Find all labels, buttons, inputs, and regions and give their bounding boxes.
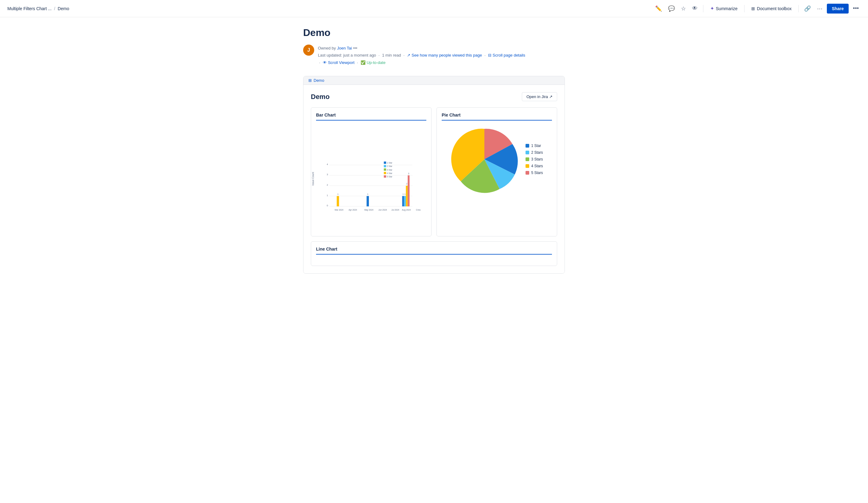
share-button[interactable]: Share [827,4,849,13]
embedded-header: ⊞ Demo [303,76,565,85]
overflow-button[interactable]: ••• [851,3,861,13]
svg-rect-24 [406,186,407,206]
legend-color-1star [526,144,529,148]
embedded-body: Demo Open in Jira ↗ Bar Chart Issue Coun… [303,85,565,273]
copy-link-button[interactable]: 🔗 [802,3,813,14]
svg-rect-30 [384,162,386,164]
svg-rect-26 [407,175,410,206]
read-time: 1 min read [382,52,401,59]
bar-chart-title: Bar Chart [316,112,426,121]
embedded-tab-label: Demo [313,78,324,83]
pie-legend: 1 Star 2 Stars 3 Stars [526,143,543,175]
line-chart-title: Line Chart [316,247,552,254]
scroll-viewport-icon: 👁 [323,59,327,66]
svg-text:Jul 2024: Jul 2024 [391,209,399,211]
legend-color-2stars [526,151,529,154]
up-to-date-badge: ✅ Up-to-date [361,59,385,66]
page-meta: J Owned by Joen Tai ••• Last updated: ju… [303,44,565,66]
header-actions: ✏️ 💬 ☆ 👁 ✦ Summarize ⊞ Document toolbox … [653,3,861,14]
svg-text:Crea: Crea [416,209,421,211]
svg-rect-15 [367,196,369,207]
edit-button[interactable]: ✏️ [653,3,664,14]
legend-color-4stars [526,164,529,168]
owner-prefix: Owned by [318,44,336,52]
svg-text:3: 3 [327,173,328,176]
owner-more[interactable]: ••• [353,44,358,52]
bar-chart-panel: Bar Chart Issue Count 0 1 2 3 4 [311,107,432,237]
svg-text:3 Star: 3 Star [387,169,393,171]
embedded-card: ⊞ Demo Demo Open in Jira ↗ Bar Chart Iss… [303,76,565,274]
svg-rect-32 [384,165,386,167]
star-button[interactable]: ☆ [679,3,688,14]
svg-text:2: 2 [327,183,328,186]
svg-text:Apr 2024: Apr 2024 [349,209,357,211]
legend-color-3stars [526,158,529,161]
legend-item-4stars: 4 Stars [526,164,543,168]
svg-text:5 Star: 5 Star [387,175,393,178]
divider-2 [744,5,745,12]
svg-text:Jun 2024: Jun 2024 [379,209,387,211]
svg-rect-38 [384,175,386,178]
view-icon: ↗ [407,52,410,59]
svg-text:2 Star: 2 Star [387,165,393,168]
svg-text:4 Star: 4 Star [387,172,393,174]
svg-rect-34 [384,169,386,171]
legend-color-5stars [526,171,529,175]
svg-text:1: 1 [337,193,339,195]
legend-item-5stars: 5 Stars [526,171,543,175]
scroll-details-icon: ⊟ [488,52,492,59]
comment-button[interactable]: 💬 [666,3,676,14]
svg-text:1: 1 [367,193,368,195]
doc-toolbox-label: Document toolbox [757,6,792,11]
svg-text:4: 4 [327,163,328,166]
svg-rect-20 [402,196,404,207]
legend-item-2stars: 2 Stars [526,150,543,155]
doc-toolbox-icon: ⊞ [751,6,755,11]
svg-text:2: 2 [406,183,407,185]
summarize-icon: ✦ [710,6,714,11]
watch-button[interactable]: 👁 [690,3,699,13]
legend-item-3stars: 3 Stars [526,157,543,161]
svg-text:Aug 2024: Aug 2024 [402,209,411,211]
breadcrumb-separator: / [54,6,55,11]
meta-info: Owned by Joen Tai ••• Last updated: just… [318,44,525,66]
page-title: Demo [303,27,565,38]
svg-text:1: 1 [403,193,404,195]
avatar: J [303,44,314,56]
svg-text:1: 1 [404,193,406,195]
breadcrumb-parent[interactable]: Multiple Filters Chart ... [7,6,52,11]
svg-text:1: 1 [327,194,328,197]
bar-chart-svg: Issue Count 0 1 2 3 4 [316,124,426,229]
pie-chart-container: 1 Star 2 Stars 3 Stars [442,125,552,193]
line-chart-panel: Line Chart [311,241,557,266]
open-in-jira-button[interactable]: Open in Jira ↗ [522,92,557,101]
scroll-details-link[interactable]: ⊟ Scroll page details [488,52,525,59]
svg-rect-22 [404,196,406,207]
jira-icon: ⊞ [308,78,312,83]
view-count-link[interactable]: ↗ See how many people viewed this page [407,52,482,59]
page-content: Demo J Owned by Joen Tai ••• Last update… [296,17,572,291]
svg-text:May 2024: May 2024 [364,209,373,211]
summarize-button[interactable]: ✦ Summarize [707,4,741,13]
owner-link[interactable]: Joen Tai [337,44,352,52]
svg-text:0: 0 [327,204,328,207]
pie-chart-svg [451,125,518,193]
jira-header: Demo Open in Jira ↗ [311,92,557,101]
svg-rect-36 [384,172,386,174]
external-link-icon: ↗ [549,94,552,99]
svg-text:Mar 2024: Mar 2024 [335,209,344,211]
breadcrumb-current: Demo [58,6,69,11]
summarize-label: Summarize [716,6,738,11]
checkmark-icon: ✅ [361,59,365,66]
last-updated: Last updated: just a moment ago [318,52,376,59]
more-options-button[interactable]: ⋯ [815,3,824,14]
svg-text:3: 3 [408,172,410,175]
pie-chart-panel: Pie Chart [436,107,557,237]
breadcrumb: Multiple Filters Chart ... / Demo [7,6,69,11]
svg-rect-11 [337,196,339,207]
scroll-viewport-link[interactable]: 👁 Scroll Viewport [323,59,354,66]
svg-text:1 Star: 1 Star [387,162,393,164]
divider-1 [703,5,703,12]
charts-row: Bar Chart Issue Count 0 1 2 3 4 [311,107,557,237]
document-toolbox-button[interactable]: ⊞ Document toolbox [748,4,795,13]
